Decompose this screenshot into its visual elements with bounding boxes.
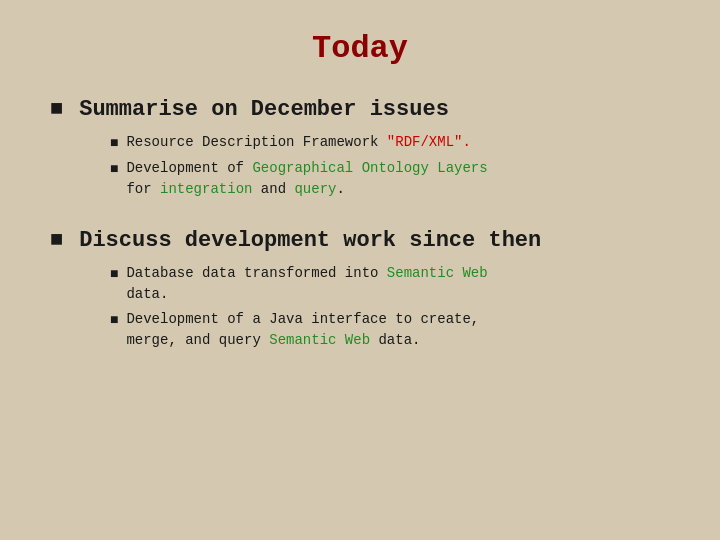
sub-bullet-marker-1-2: ■ [110,159,118,180]
highlight-geo: Geographical Ontology Layers [252,160,487,176]
sub-bullet-1-1: ■ Resource Description Framework "RDF/XM… [110,132,670,154]
slide: Today ■ Summarise on December issues ■ R… [0,0,720,540]
sub-bullet-marker-2-2: ■ [110,310,118,331]
highlight-rdf: "RDF/XML". [387,134,471,150]
sub-bullet-marker-2-1: ■ [110,264,118,285]
bullet-main-1: ■ [50,97,63,122]
sub-bullet-text-1-1: Resource Description Framework "RDF/XML"… [126,132,670,153]
section-2-bullets: ■ Database data transformed into Semanti… [110,263,670,351]
section-1-bullets: ■ Resource Description Framework "RDF/XM… [110,132,670,200]
section-2-heading-text: Discuss development work since then [79,228,541,253]
section-2-heading: ■ Discuss development work since then [50,228,670,253]
section-1-heading-text: Summarise on December issues [79,97,449,122]
sub-bullet-text-1-2: Development of Geographical Ontology Lay… [126,158,670,200]
highlight-semantic-2: Semantic Web [269,332,370,348]
slide-title: Today [50,30,670,67]
sub-bullet-text-2-1: Database data transformed into Semantic … [126,263,670,305]
sub-bullet-2-2: ■ Development of a Java interface to cre… [110,309,670,351]
sub-bullet-1-2: ■ Development of Geographical Ontology L… [110,158,670,200]
sub-bullet-text-2-2: Development of a Java interface to creat… [126,309,670,351]
highlight-integration: integration [160,181,252,197]
sub-bullet-marker-1-1: ■ [110,133,118,154]
section-1: ■ Summarise on December issues ■ Resourc… [50,97,670,204]
bullet-main-2: ■ [50,228,63,253]
section-1-heading: ■ Summarise on December issues [50,97,670,122]
highlight-query-1: query [294,181,336,197]
highlight-semantic-1: Semantic Web [387,265,488,281]
sub-bullet-2-1: ■ Database data transformed into Semanti… [110,263,670,305]
section-2: ■ Discuss development work since then ■ … [50,228,670,355]
